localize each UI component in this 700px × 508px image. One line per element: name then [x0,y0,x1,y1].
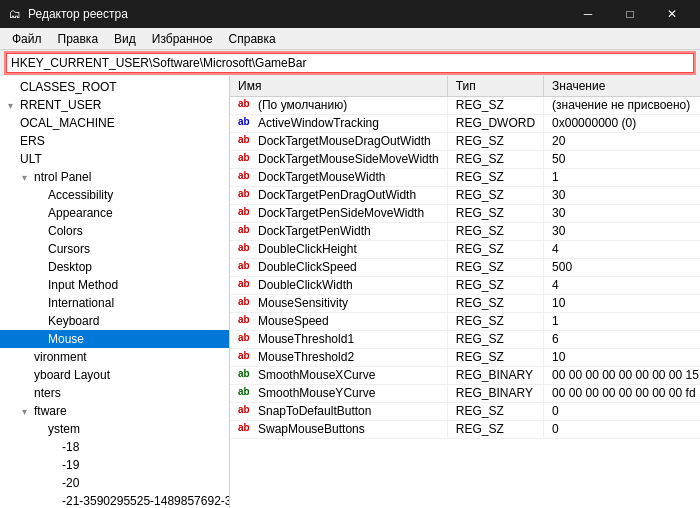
data-panel[interactable]: Имя Тип Значение ab(По умолчанию)REG_SZ(… [230,76,700,508]
tree-item[interactable]: -21-3590295525-1489857692-3755235054-100… [0,492,229,508]
minimize-button[interactable]: ─ [568,0,608,28]
cell-value: 1 [544,312,700,330]
tree-item-label: Colors [48,224,83,238]
cell-value: 20 [544,132,700,150]
cell-value: 10 [544,348,700,366]
menu-item-вид[interactable]: Вид [106,30,144,48]
table-row[interactable]: abDockTargetMouseSideMoveWidthREG_SZ50 [230,150,700,168]
ab-icon: ab [238,422,254,436]
col-type: Тип [447,76,543,96]
tree-item[interactable]: Colors [0,222,229,240]
table-body: ab(По умолчанию)REG_SZ(значение не присв… [230,96,700,438]
cell-value: 00 00 00 00 00 00 00 00 15 6e 00 00 00 0… [544,366,700,384]
tree-item[interactable]: yboard Layout [0,366,229,384]
tree-item[interactable]: ▾ftware [0,402,229,420]
menu-item-справка[interactable]: Справка [221,30,284,48]
tree-item[interactable]: vironment [0,348,229,366]
maximize-button[interactable]: □ [610,0,650,28]
tree-item-label: Cursors [48,242,90,256]
cell-name: abDockTargetMouseSideMoveWidth [230,150,447,168]
table-row[interactable]: abActiveWindowTrackingREG_DWORD0x0000000… [230,114,700,132]
tree-item[interactable]: Appearance [0,204,229,222]
table-row[interactable]: abSnapToDefaultButtonREG_SZ0 [230,402,700,420]
tree-item-label: OCAL_MACHINE [20,116,115,130]
table-row[interactable]: abMouseSensitivityREG_SZ10 [230,294,700,312]
menu-item-файл[interactable]: Файл [4,30,50,48]
title-bar: 🗂 Редактор реестра ─ □ ✕ [0,0,700,28]
tree-item[interactable]: -18 [0,438,229,456]
cell-name: abMouseSensitivity [230,294,447,312]
menu-bar: ФайлПравкаВидИзбранноеСправка [0,28,700,50]
tree-item[interactable]: ERS [0,132,229,150]
tree-item[interactable]: Mouse [0,330,229,348]
table-row[interactable]: abSmoothMouseXCurveREG_BINARY00 00 00 00… [230,366,700,384]
tree-item[interactable]: -19 [0,456,229,474]
cell-name: ab(По умолчанию) [230,96,447,114]
table-row[interactable]: abDockTargetPenSideMoveWidthREG_SZ30 [230,204,700,222]
table-row[interactable]: abDockTargetMouseWidthREG_SZ1 [230,168,700,186]
cell-name: abDockTargetMouseDragOutWidth [230,132,447,150]
cell-value: 30 [544,186,700,204]
tree-item[interactable]: nters [0,384,229,402]
cell-name: abDoubleClickSpeed [230,258,447,276]
cell-name: abSnapToDefaultButton [230,402,447,420]
table-row[interactable]: ab(По умолчанию)REG_SZ(значение не присв… [230,96,700,114]
table-row[interactable]: abDoubleClickWidthREG_SZ4 [230,276,700,294]
menu-item-правка[interactable]: Правка [50,30,107,48]
cell-value: 1 [544,168,700,186]
tree-item[interactable]: Desktop [0,258,229,276]
tree-item[interactable]: ystem [0,420,229,438]
tree-item-label: ULT [20,152,42,166]
table-row[interactable]: abMouseThreshold1REG_SZ6 [230,330,700,348]
tree-item[interactable]: Keyboard [0,312,229,330]
close-button[interactable]: ✕ [652,0,692,28]
cell-name: abDockTargetPenSideMoveWidth [230,204,447,222]
table-row[interactable]: abSmoothMouseYCurveREG_BINARY00 00 00 00… [230,384,700,402]
tree-item[interactable]: OCAL_MACHINE [0,114,229,132]
tree-item[interactable]: Input Method [0,276,229,294]
ab-icon: ab [238,332,254,346]
tree-item[interactable]: Accessibility [0,186,229,204]
cell-name: abActiveWindowTracking [230,114,447,132]
table-row[interactable]: abMouseThreshold2REG_SZ10 [230,348,700,366]
address-input[interactable] [6,53,694,73]
tree-item-label: nters [34,386,61,400]
cell-value: 30 [544,222,700,240]
tree-item[interactable]: ▾ntrol Panel [0,168,229,186]
table-row[interactable]: abDockTargetMouseDragOutWidthREG_SZ20 [230,132,700,150]
app-icon: 🗂 [8,7,22,21]
table-header: Имя Тип Значение [230,76,700,96]
table-row[interactable]: abDockTargetPenWidthREG_SZ30 [230,222,700,240]
cell-value: 50 [544,150,700,168]
table-row[interactable]: abDoubleClickHeightREG_SZ4 [230,240,700,258]
ab-icon: ab [238,188,254,202]
tree-item[interactable]: ULT [0,150,229,168]
cell-type: REG_SZ [447,240,543,258]
tree-item[interactable]: Cursors [0,240,229,258]
table-row[interactable]: abSwapMouseButtonsREG_SZ0 [230,420,700,438]
tree-item-label: International [48,296,114,310]
table-row[interactable]: abMouseSpeedREG_SZ1 [230,312,700,330]
tree-item[interactable]: International [0,294,229,312]
cell-type: REG_SZ [447,168,543,186]
tree-item-label: Keyboard [48,314,99,328]
table-row[interactable]: abDoubleClickSpeedREG_SZ500 [230,258,700,276]
cell-value: 30 [544,204,700,222]
tree-item-label: Appearance [48,206,113,220]
menu-item-избранное[interactable]: Избранное [144,30,221,48]
table-row[interactable]: abDockTargetPenDragOutWidthREG_SZ30 [230,186,700,204]
ab-icon: ab [238,314,254,328]
cell-name: abMouseThreshold2 [230,348,447,366]
cell-value: 4 [544,276,700,294]
tree-item-label: -21-3590295525-1489857692-3755235054-100… [62,494,230,508]
cell-name: abSwapMouseButtons [230,420,447,438]
title-bar-left: 🗂 Редактор реестра [8,7,128,21]
ab-icon: ab [238,242,254,256]
tree-expand-icon: ▾ [22,406,34,417]
cell-type: REG_SZ [447,294,543,312]
tree-panel[interactable]: CLASSES_ROOT▾RRENT_USEROCAL_MACHINEERSUL… [0,76,230,508]
tree-item[interactable]: ▾RRENT_USER [0,96,229,114]
tree-item[interactable]: -20 [0,474,229,492]
tree-item[interactable]: CLASSES_ROOT [0,78,229,96]
ab-icon: ab [238,134,254,148]
